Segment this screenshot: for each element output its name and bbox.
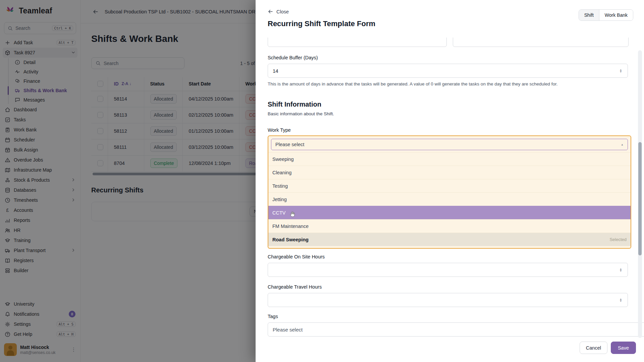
work-type-select[interactable]: Please select ▲ [271,139,628,150]
back-arrow-icon [268,9,273,14]
clipped-input[interactable] [453,38,629,47]
option-jetting[interactable]: Jetting [268,192,631,206]
cancel-button[interactable]: Cancel [580,342,607,354]
tags-label: Tags [268,314,278,319]
clipped-field-row [268,38,629,48]
chargeable-travel-hours-input[interactable]: ▲▼ [268,293,628,307]
option-road-sweeping[interactable]: Road Sweeping Selected [268,233,631,246]
shift-workbank-toggle: Shift Work Bank [579,9,633,21]
clipped-input[interactable] [268,38,447,47]
chargeable-on-site-hours-label: Chargeable On Site Hours [268,254,325,259]
option-fm-maintenance[interactable]: FM Maintenance [268,219,631,233]
schedule-buffer-help: This is the amount of days in advance th… [268,81,628,86]
chargeable-on-site-hours-input[interactable]: ▲▼ [268,263,628,277]
tab-shift[interactable]: Shift [579,10,599,20]
close-button[interactable]: Close [268,9,289,14]
schedule-buffer-label: Schedule Buffer (Days) [268,55,318,60]
schedule-buffer-input[interactable]: 14 ▲▼ [268,64,628,78]
vertical-scrollbar-track[interactable] [638,50,642,338]
number-stepper-icon[interactable]: ▲▼ [620,268,622,272]
tags-select[interactable]: Please select ▼ [268,322,644,337]
chargeable-travel-hours-label: Chargeable Travel Hours [268,284,322,290]
option-cctv[interactable]: CCTV [268,206,631,219]
tab-work-bank[interactable]: Work Bank [599,10,633,20]
caret-up-icon: ▲ [621,143,624,146]
save-button[interactable]: Save [611,342,636,354]
number-stepper-icon[interactable]: ▲▼ [620,69,622,73]
work-type-dropdown: Please select ▲ Sweeping Cleaning Testin… [268,135,631,249]
shift-information-title: Shift Information [268,101,321,108]
work-type-label: Work Type [268,127,291,133]
drawer-title: Recurring Shift Template Form [268,19,375,28]
option-cleaning[interactable]: Cleaning [268,166,631,179]
option-sweeping[interactable]: Sweeping [268,152,631,166]
drawer-footer: Cancel Save [580,342,636,354]
recurring-shift-drawer: Close Recurring Shift Template Form Shif… [256,0,644,362]
number-stepper-icon[interactable]: ▲▼ [620,298,622,302]
hand-cursor-icon [289,211,296,217]
selected-tag: Selected [609,237,627,242]
option-testing[interactable]: Testing [268,179,631,192]
vertical-scrollbar-thumb[interactable] [638,142,642,255]
shift-information-subtitle: Basic information about the Shift. [268,111,334,116]
